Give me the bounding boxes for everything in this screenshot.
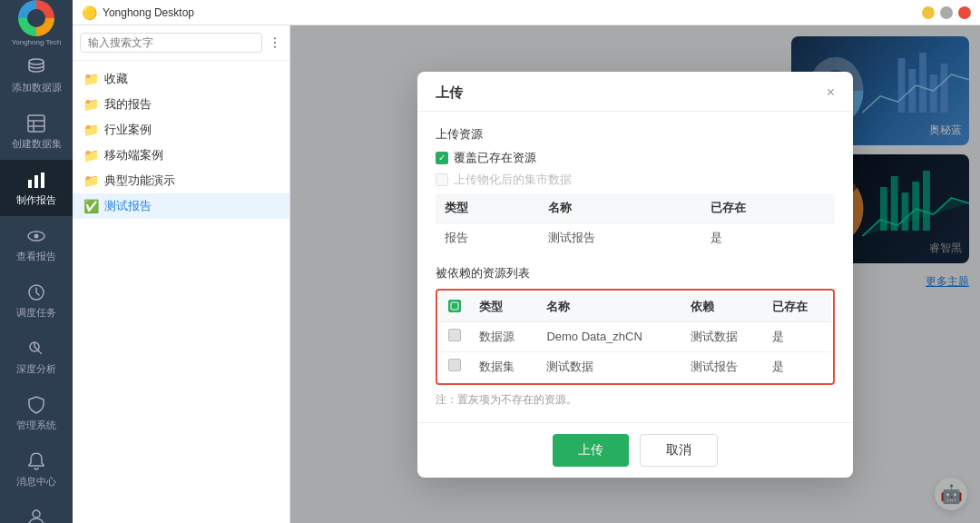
bell-icon bbox=[25, 450, 47, 472]
resource-table: 类型 名称 已存在 报告 测试报告 是 bbox=[436, 193, 835, 252]
maximize-btn[interactable]: □ bbox=[940, 6, 953, 19]
file-tree: 📁 收藏 📁 我的报告 📁 行业案例 📁 移动端案例 📁 典型功能 bbox=[73, 61, 289, 523]
svg-point-9 bbox=[34, 233, 39, 238]
titlebar-title: Yonghong Desktop bbox=[103, 6, 194, 19]
folder-icon: 📁 bbox=[83, 148, 99, 163]
svg-rect-1 bbox=[28, 115, 44, 132]
content-row: 📁 收藏 📁 我的报告 📁 行业案例 📁 移动端案例 📁 典型功能 bbox=[73, 25, 980, 523]
chart-icon bbox=[25, 169, 47, 191]
dep-header-checkbox[interactable] bbox=[448, 300, 461, 312]
app-icon: 🟡 bbox=[82, 5, 97, 20]
sidebar-item-add-datasource[interactable]: 添加数据源 bbox=[0, 47, 73, 104]
cell-type: 报告 bbox=[436, 222, 539, 252]
more-options-icon[interactable] bbox=[268, 35, 282, 50]
checkbox-upload-cache-label: 上传物化后的集市数据 bbox=[454, 172, 572, 188]
titlebar-left: 🟡 Yonghong Desktop bbox=[82, 5, 194, 20]
titlebar: 🟡 Yonghong Desktop — □ ✕ bbox=[73, 0, 980, 25]
tree-item-mobile-cases[interactable]: 📁 移动端案例 bbox=[73, 143, 289, 168]
svg-rect-7 bbox=[41, 173, 44, 188]
cell-name: 测试报告 bbox=[539, 222, 701, 252]
table-row: 报告 测试报告 是 bbox=[436, 222, 835, 252]
svg-line-13 bbox=[38, 350, 41, 352]
folder-icon: 📁 bbox=[83, 123, 99, 137]
dashboard-area: 奥秘蓝 睿智黑 更 bbox=[290, 25, 980, 523]
eye-icon bbox=[25, 225, 47, 247]
folder-icon: 📁 bbox=[83, 72, 99, 86]
search-input[interactable] bbox=[80, 33, 262, 53]
tree-item-label: 行业案例 bbox=[104, 122, 152, 138]
sidebar-logo: Yonghong Tech bbox=[0, 0, 73, 47]
check-icon: ✅ bbox=[83, 199, 99, 213]
minimize-btn[interactable]: — bbox=[922, 6, 935, 19]
sidebar-item-notification[interactable]: 消息中心 bbox=[0, 441, 73, 498]
checkbox-upload-cache-row: 上传物化后的集市数据 bbox=[436, 172, 835, 188]
cancel-btn[interactable]: 取消 bbox=[640, 434, 718, 467]
main-area: 🟡 Yonghong Desktop — □ ✕ 📁 收藏 bbox=[73, 0, 980, 523]
logo-text: Yonghong Tech bbox=[12, 38, 62, 47]
file-panel: 📁 收藏 📁 我的报告 📁 行业案例 📁 移动端案例 📁 典型功能 bbox=[73, 25, 290, 523]
dep-table-wrapper: 类型 名称 依赖 已存在 bbox=[436, 289, 835, 385]
dep-table: 类型 名称 依赖 已存在 bbox=[437, 291, 833, 383]
close-btn[interactable]: ✕ bbox=[958, 6, 971, 19]
svg-point-15 bbox=[274, 37, 276, 39]
analysis-icon bbox=[25, 338, 47, 360]
sidebar-item-view-report[interactable]: 查看报告 bbox=[0, 216, 73, 272]
source-section-label: 上传资源 bbox=[436, 126, 835, 143]
modal-body: 上传资源 ✓ 覆盖已存在资源 上传物化后的集市数据 bbox=[417, 112, 853, 422]
svg-rect-32 bbox=[451, 302, 458, 310]
dep-col-type: 类型 bbox=[470, 291, 537, 322]
tree-item-my-reports[interactable]: 📁 我的报告 bbox=[73, 92, 289, 117]
folder-icon: 📁 bbox=[83, 97, 99, 112]
sidebar-item-profile[interactable]: 个人中心 bbox=[0, 498, 73, 523]
sidebar-item-label-create-dataset: 创建数据集 bbox=[12, 137, 62, 151]
dep-cell-type: 数据集 bbox=[470, 351, 537, 382]
sidebar-item-schedule[interactable]: 调度任务 bbox=[0, 272, 73, 329]
sidebar: Yonghong Tech 添加数据源 创建数据集 制作报告 bbox=[0, 0, 73, 523]
dep-section-label: 被依赖的资源列表 bbox=[436, 265, 835, 281]
upload-btn[interactable]: 上传 bbox=[553, 434, 629, 467]
sidebar-item-create-dataset[interactable]: 创建数据集 bbox=[0, 104, 73, 160]
file-search-bar bbox=[73, 25, 289, 61]
modal-title: 上传 bbox=[436, 84, 463, 102]
svg-point-14 bbox=[33, 510, 40, 518]
tree-item-label: 移动端案例 bbox=[104, 147, 163, 163]
note-text: 注：置灰项为不存在的资源。 bbox=[436, 392, 835, 408]
dep-col-check bbox=[438, 291, 470, 322]
dep-table-row: 数据源 Demo Data_zhCN 测试数据 是 bbox=[438, 321, 832, 351]
sidebar-item-deep-analysis[interactable]: 深度分析 bbox=[0, 329, 73, 385]
upload-modal: 上传 × 上传资源 ✓ 覆盖已存在资源 上传物化后的集市数据 bbox=[417, 72, 853, 478]
tree-item-test-report[interactable]: ✅ 测试报告 bbox=[73, 193, 289, 219]
dep-cell-name: 测试数据 bbox=[537, 351, 681, 382]
cell-exists: 是 bbox=[701, 222, 835, 252]
dep-table-row: 数据集 测试数据 测试报告 是 bbox=[438, 351, 832, 382]
modal-backdrop: 上传 × 上传资源 ✓ 覆盖已存在资源 上传物化后的集市数据 bbox=[290, 25, 980, 523]
folder-icon: 📁 bbox=[83, 173, 99, 188]
checkbox-overwrite[interactable]: ✓ bbox=[436, 152, 448, 164]
person-icon bbox=[25, 507, 47, 523]
tree-item-favorites[interactable]: 📁 收藏 bbox=[73, 66, 289, 92]
col-name: 名称 bbox=[539, 193, 701, 223]
col-type: 类型 bbox=[436, 193, 539, 223]
svg-point-17 bbox=[274, 46, 276, 48]
sidebar-item-label-manage: 管理系统 bbox=[16, 419, 56, 432]
dep-row2-checkbox[interactable] bbox=[448, 359, 461, 371]
sidebar-item-make-report[interactable]: 制作报告 bbox=[0, 160, 73, 216]
tree-item-label: 测试报告 bbox=[104, 198, 152, 214]
sidebar-item-label-notification: 消息中心 bbox=[16, 475, 56, 488]
dep-cell-type: 数据源 bbox=[470, 321, 537, 351]
sidebar-item-label-view-report: 查看报告 bbox=[16, 250, 56, 263]
modal-close-btn[interactable]: × bbox=[827, 84, 835, 101]
dep-cell-name: Demo Data_zhCN bbox=[537, 321, 681, 351]
modal-header: 上传 × bbox=[417, 72, 853, 112]
sidebar-item-manage[interactable]: 管理系统 bbox=[0, 385, 73, 441]
table-icon bbox=[25, 113, 47, 134]
clock-icon bbox=[25, 281, 47, 303]
dep-row1-checkbox[interactable] bbox=[448, 329, 461, 341]
dep-cell-dep: 测试报告 bbox=[681, 351, 764, 382]
dep-col-name: 名称 bbox=[537, 291, 681, 322]
tree-item-industry-cases[interactable]: 📁 行业案例 bbox=[73, 117, 289, 143]
shield-icon bbox=[25, 394, 47, 416]
checkbox-upload-cache bbox=[436, 173, 448, 186]
tree-item-typical-demo[interactable]: 📁 典型功能演示 bbox=[73, 168, 289, 193]
dep-col-dep: 依赖 bbox=[681, 291, 764, 322]
